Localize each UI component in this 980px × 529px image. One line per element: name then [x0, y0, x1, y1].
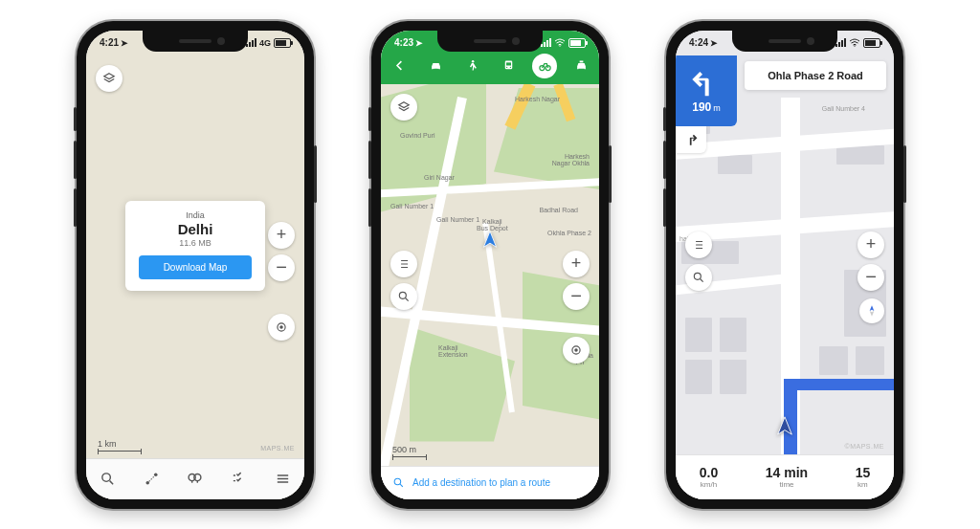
- zoom-out-button[interactable]: −: [268, 254, 295, 281]
- battery-icon: [568, 38, 586, 48]
- route-list-button[interactable]: [685, 231, 712, 258]
- locate-me-button[interactable]: [563, 337, 590, 364]
- bottom-toolbar: [86, 458, 304, 499]
- add-destination-bar[interactable]: Add a destination to plan a route: [381, 466, 599, 499]
- svg-point-12: [506, 67, 507, 68]
- zoom-out-button[interactable]: −: [563, 283, 590, 310]
- search-tab[interactable]: [86, 471, 130, 487]
- svg-point-4: [154, 473, 158, 476]
- phone-route-modes: Harkesh Nagar Govind Puri Giri Nagar Gal…: [371, 21, 609, 509]
- mode-taxi[interactable]: [568, 54, 593, 78]
- map-label: Gali Number 1: [390, 203, 434, 209]
- search-icon: [392, 476, 405, 489]
- mode-walk[interactable]: [459, 54, 484, 78]
- svg-point-3: [145, 481, 149, 485]
- location-services-icon: ➤: [121, 38, 128, 48]
- zoom-in-button[interactable]: +: [268, 222, 295, 249]
- layers-button[interactable]: [96, 65, 122, 92]
- map-label: Badhal Road: [540, 207, 578, 213]
- back-button[interactable]: [387, 54, 412, 78]
- nav-stats-bar: 0.0 km/h 14 min time 15 km: [676, 454, 894, 499]
- zoom-in-button[interactable]: +: [858, 231, 884, 258]
- svg-point-20: [575, 348, 577, 350]
- download-map-button[interactable]: Download Map: [139, 255, 252, 279]
- route-list-button[interactable]: [390, 251, 417, 277]
- mode-car[interactable]: [423, 54, 448, 78]
- next-turn-preview: [676, 126, 706, 153]
- nav-heading-icon: [774, 415, 795, 440]
- turn-left-icon: [691, 68, 722, 99]
- add-destination-label: Add a destination to plan a route: [412, 477, 550, 488]
- svg-rect-11: [506, 62, 511, 65]
- svg-point-2: [102, 474, 111, 482]
- download-card: India Delhi 11.6 MB Download Map: [125, 201, 265, 291]
- menu-tab[interactable]: [260, 471, 304, 487]
- card-size: 11.6 MB: [139, 238, 252, 248]
- svg-point-13: [509, 67, 510, 68]
- discover-tab[interactable]: [173, 471, 217, 487]
- network-label: 4G: [259, 38, 271, 48]
- stat-eta: 14 min time: [766, 465, 808, 489]
- layers-button[interactable]: [390, 94, 417, 121]
- map-label: Gali Number 4: [822, 105, 865, 112]
- svg-rect-16: [579, 61, 583, 63]
- locate-me-button[interactable]: [268, 314, 295, 341]
- map-label: Kalkaji Extension: [438, 344, 468, 358]
- stat-distance: 15 km: [856, 465, 871, 489]
- eta-value: 14 min: [766, 465, 808, 480]
- search-button[interactable]: [685, 264, 712, 291]
- current-location-icon: [480, 230, 500, 253]
- compass-button[interactable]: [859, 298, 884, 323]
- svg-point-22: [854, 45, 855, 46]
- stat-speed: 0.0 km/h: [700, 465, 718, 489]
- scale-label: 1 km: [98, 439, 117, 449]
- battery-icon: [274, 38, 291, 48]
- turn-instruction: 190m: [676, 55, 737, 126]
- route-tab[interactable]: [130, 471, 174, 487]
- card-city: Delhi: [139, 221, 252, 237]
- zoom-out-button[interactable]: −: [858, 264, 884, 291]
- wifi-icon: [849, 38, 860, 47]
- map-label: Gali Number 1: [436, 216, 479, 223]
- map-attribution: MAPS.ME: [260, 445, 295, 452]
- status-time: 4:24: [689, 37, 708, 48]
- speed-unit: km/h: [700, 480, 718, 489]
- dist-unit: km: [856, 480, 871, 489]
- map-label: Okhla Phase 2: [547, 230, 591, 236]
- current-road-name: Ohla Phase 2 Road: [745, 61, 886, 90]
- map-label: Giri Nagar: [424, 174, 455, 181]
- svg-point-23: [694, 273, 701, 279]
- compass-icon: [865, 304, 879, 318]
- turn-distance: 190: [692, 100, 711, 114]
- wifi-icon: [554, 38, 566, 47]
- eta-unit: time: [766, 480, 808, 489]
- location-services-icon: ➤: [415, 38, 423, 48]
- svg-point-21: [394, 478, 401, 485]
- scale-indicator: 500 m: [392, 445, 427, 457]
- svg-point-7: [433, 67, 434, 69]
- map-attribution: ©MAPS.ME: [845, 443, 884, 450]
- scale-label: 500 m: [392, 445, 416, 454]
- turn-unit: m: [713, 103, 721, 113]
- location-services-icon: ➤: [710, 38, 718, 48]
- zoom-in-button[interactable]: +: [563, 251, 590, 277]
- speed-value: 0.0: [700, 465, 718, 480]
- phone-navigation: Gali Number 4 hai Marg 4:24➤ 190m Ohla P…: [666, 21, 903, 509]
- svg-point-17: [559, 45, 560, 46]
- mode-transit[interactable]: [496, 54, 521, 78]
- turn-right-icon: [684, 133, 698, 146]
- svg-point-18: [399, 292, 406, 298]
- svg-point-9: [471, 60, 474, 63]
- status-time: 4:23: [394, 37, 413, 48]
- card-country: India: [139, 210, 252, 220]
- phone-download: 4:21➤ 4G + − India Delhi 11.6 MB Downloa…: [77, 21, 314, 509]
- status-time: 4:21: [100, 37, 119, 48]
- map-label: Govind Puri: [400, 132, 435, 139]
- mode-bike[interactable]: [532, 54, 557, 78]
- battery-icon: [863, 38, 880, 48]
- map-label: Harkesh Nagar Okhla: [552, 153, 590, 166]
- dist-value: 15: [856, 465, 871, 480]
- bookmarks-tab[interactable]: [217, 471, 261, 487]
- svg-point-1: [280, 325, 282, 327]
- search-button[interactable]: [390, 283, 417, 310]
